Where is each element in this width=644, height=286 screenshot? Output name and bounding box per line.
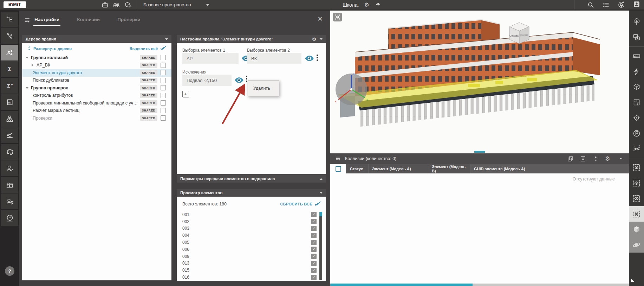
element-checkbox-checked[interactable] (311, 233, 317, 238)
user-location-icon[interactable] (1, 193, 18, 209)
more-options-icon[interactable] (246, 76, 247, 83)
search-icon[interactable] (587, 1, 594, 9)
tree-item[interactable]: Группа коллизий SHARED (22, 54, 171, 62)
clash-rules-icon[interactable] (1, 45, 18, 61)
measure-icon[interactable] (629, 48, 644, 64)
copy-icon[interactable] (567, 155, 574, 162)
relations-icon[interactable] (1, 28, 18, 44)
tree-item[interactable]: контроль атрибутов SHARED (22, 92, 171, 100)
share-icon[interactable] (375, 1, 382, 8)
eye-visibility-icon[interactable] (234, 77, 244, 84)
rule-config-header[interactable]: Настройка правила "Элемент внтури другог… (177, 35, 326, 43)
collapse-panel-icon[interactable] (335, 155, 341, 162)
column-element-b[interactable]: Элемент (Модель B) (428, 164, 470, 173)
more-options-icon[interactable] (317, 55, 318, 62)
scrollbar[interactable] (319, 212, 322, 280)
column-element-a[interactable]: Элемент (Модель A) (368, 164, 428, 173)
add-exclusion-button[interactable] (182, 91, 189, 97)
tree-item-checkbox[interactable] (161, 93, 166, 98)
reset-all-link[interactable]: СБРОСИТЬ ВСЁ (280, 201, 321, 207)
selection1-field[interactable]: АР (182, 53, 239, 64)
tree-item[interactable]: Расчет марша лестниц SHARED (22, 107, 171, 115)
element-checkbox-checked[interactable] (311, 219, 317, 224)
transfer-params-header[interactable]: Параметры передачи элементов в подправил… (177, 175, 326, 183)
isolate-icon[interactable] (629, 160, 644, 175)
element-checkbox-checked[interactable] (311, 268, 317, 273)
tab-settings[interactable]: Настройки (33, 14, 60, 26)
rules-tree-header[interactable]: Дерево правил (22, 35, 171, 43)
panel-resize-handle[interactable] (474, 151, 485, 153)
tree-item[interactable]: Проверка минимальной свободной площади с… (22, 99, 171, 107)
view-cube[interactable]: Справа Схема (505, 19, 534, 46)
user-check-icon[interactable] (1, 160, 18, 176)
select-all-link[interactable]: Выделить всё (129, 46, 158, 51)
solid-view-icon[interactable] (629, 222, 644, 237)
element-row[interactable]: 001 (177, 211, 317, 218)
column-guid-a[interactable]: GUID элемента (Модель A) (470, 164, 629, 173)
tree-item-checkbox[interactable] (161, 115, 166, 121)
sum-icon[interactable]: Σ (1, 61, 18, 77)
caret-expanded-icon[interactable] (26, 87, 28, 89)
hide-icon[interactable] (629, 191, 644, 206)
plugins-icon[interactable] (1, 144, 18, 160)
tree-item-checkbox[interactable] (161, 108, 166, 113)
element-row[interactable]: 004 (177, 232, 317, 239)
fit-rows-icon[interactable] (592, 155, 599, 162)
help-button[interactable]: ? (5, 266, 14, 276)
element-row[interactable]: 016 (177, 274, 317, 280)
selection2-field[interactable]: ВК (247, 53, 301, 64)
element-checkbox-checked[interactable] (311, 212, 317, 217)
export-folder-icon[interactable] (1, 177, 18, 193)
tree-item-checkbox[interactable] (161, 78, 166, 83)
element-checkbox-checked[interactable] (311, 226, 317, 231)
element-row[interactable]: 003 (177, 225, 317, 232)
tab-checks[interactable]: Проверки (116, 14, 141, 26)
clash-flash-icon[interactable] (629, 64, 644, 79)
structure-tree-icon[interactable] (1, 12, 18, 27)
tree-item-selected[interactable]: Элемент внтури другого SHARED (22, 69, 171, 77)
expand-tree-link[interactable]: Развернуть дерево (33, 46, 72, 51)
section-box-icon[interactable] (629, 79, 644, 95)
menu-list-icon[interactable] (602, 1, 610, 9)
numbering-icon[interactable]: 12 (629, 141, 644, 157)
tree-item-checkbox[interactable] (161, 63, 166, 68)
element-checkbox-checked[interactable] (311, 247, 317, 252)
sheet-2d-icon[interactable]: 2D (1, 94, 18, 110)
menu-item-delete[interactable]: Удалить (253, 86, 270, 91)
column-status[interactable]: Статус (346, 164, 368, 173)
model-tree-icon[interactable] (629, 14, 644, 30)
chevron-down-icon[interactable] (618, 156, 624, 161)
exclusion-field[interactable]: Подвал -2,150 (182, 75, 232, 86)
shield-sync-icon[interactable] (124, 1, 132, 9)
rule-settings-gear-icon[interactable] (312, 37, 316, 42)
element-checkbox-checked[interactable] (311, 254, 317, 259)
tree-item-checkbox[interactable] (161, 55, 166, 60)
floor-plan-icon[interactable] (629, 95, 644, 110)
collapse-panel-icon[interactable] (24, 17, 31, 24)
element-row[interactable]: 013 (177, 260, 317, 267)
tree-item-checkbox[interactable] (161, 85, 166, 90)
view-cube-left-label[interactable]: Справа (509, 34, 519, 37)
briefcase-icon[interactable] (101, 1, 109, 9)
sum-add-icon[interactable]: Σ+ (1, 78, 18, 94)
hierarchy-icon[interactable] (1, 111, 18, 127)
team-icon[interactable] (112, 1, 121, 9)
element-row[interactable]: 015 (177, 267, 317, 274)
caret-expanded-icon[interactable] (26, 57, 28, 59)
orbit-icon[interactable] (629, 237, 644, 253)
tree-item[interactable]: Проверки SHARED (22, 114, 171, 122)
locate-icon[interactable] (629, 110, 644, 126)
element-checkbox-checked[interactable] (311, 261, 317, 266)
close-panel-button[interactable] (316, 15, 324, 23)
show-icon[interactable] (629, 175, 644, 191)
tree-item-checkbox[interactable] (161, 100, 166, 106)
tree-item[interactable]: Группа проверок SHARED (22, 84, 171, 92)
flag-icon[interactable] (629, 126, 644, 141)
project-settings-gear-icon[interactable] (364, 2, 369, 8)
element-checkbox-checked[interactable] (311, 275, 317, 280)
row-height-icon[interactable] (580, 155, 586, 162)
window-resize-grip[interactable] (631, 279, 634, 282)
eye-visibility-icon[interactable] (305, 55, 314, 62)
charts-icon[interactable] (1, 127, 18, 143)
element-row[interactable]: 005 (177, 239, 317, 246)
